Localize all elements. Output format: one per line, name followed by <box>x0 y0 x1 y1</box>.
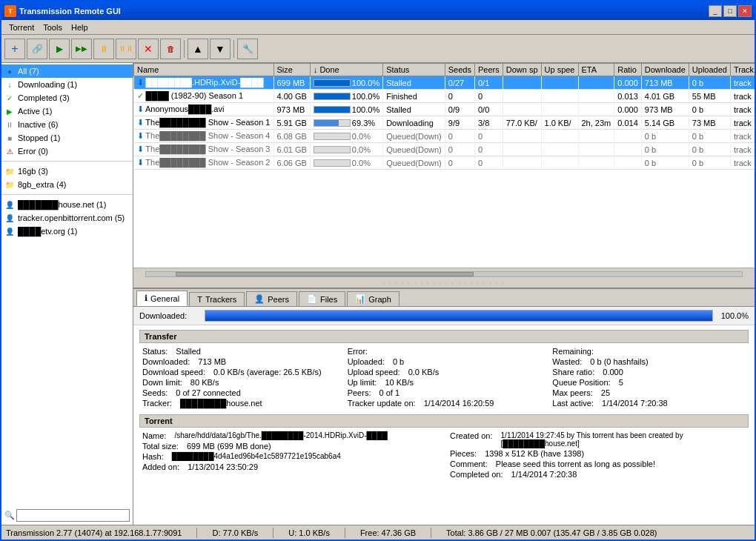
sidebar-item-downloading[interactable]: ↓ Downloading (1) <box>1 78 133 91</box>
col-status[interactable]: Status <box>383 64 445 76</box>
down-speed-status: D: 77.0 KB/s <box>212 528 258 537</box>
menu-help[interactable]: Help <box>67 21 93 33</box>
sidebar-trackers: 👤 ███████house.net (1) 👤 tracker.openbit… <box>1 196 133 239</box>
error-key: Error: <box>348 347 368 356</box>
cell-eta <box>578 103 614 116</box>
sidebar-label-8gb: 8gb_extra (4) <box>18 180 66 189</box>
table-row[interactable]: ⬇ ████████.HDRip.XviD-████ 699 MB 100.0% <box>134 76 755 90</box>
col-ratio[interactable]: Ratio <box>614 64 642 76</box>
info-row-added: Added on: 1/13/2014 23:50:29 <box>142 462 438 472</box>
sidebar-item-tracker3[interactable]: 👤 ████etv.org (1) <box>1 225 133 238</box>
close-button[interactable]: ✕ <box>738 5 752 17</box>
total-size-val: 699 MB (699 MB done) <box>187 442 271 451</box>
col-down-speed[interactable]: Down sp <box>503 64 541 76</box>
horizontal-scrollbar[interactable] <box>133 268 755 279</box>
created-key: Created on: <box>450 431 492 448</box>
table-row[interactable]: ✓ ████ (1982-90) Season 1 4.00 GB 100.0% <box>134 90 755 103</box>
table-row[interactable]: ⬇ The████████ Show - Season 3 6.01 GB 0.… <box>134 143 755 156</box>
sidebar-item-tracker1[interactable]: 👤 ███████house.net (1) <box>1 198 133 211</box>
tab-peers[interactable]: 👤 Peers <box>246 291 297 306</box>
cell-downloaded: 4.01 GB <box>641 90 689 103</box>
move-down-button[interactable]: ▼ <box>210 39 231 59</box>
col-track[interactable]: Track <box>730 64 755 76</box>
table-row[interactable]: ⬇ The████████ Show - Season 1 5.91 GB 69… <box>134 116 755 130</box>
move-up-button[interactable]: ▲ <box>188 39 208 59</box>
sidebar-item-error[interactable]: ⚠ Error (0) <box>1 145 133 158</box>
up-limit-key: Up limit: <box>348 378 377 387</box>
transfer-col1: Status: Stalled Downloaded: 713 MB Downl… <box>142 346 336 408</box>
cell-ratio: 0.013 <box>614 90 642 103</box>
downloaded-percent: 100.0% <box>719 311 749 320</box>
maximize-button[interactable]: □ <box>723 5 737 17</box>
col-done[interactable]: ↓ Done <box>310 64 382 76</box>
settings-button[interactable]: 🔧 <box>237 39 258 59</box>
sidebar-item-all[interactable]: ● All (7) <box>1 64 133 78</box>
tab-trackers[interactable]: T Trackers <box>189 292 245 306</box>
search-input[interactable] <box>16 509 130 522</box>
sidebar-label-error: Error (0) <box>18 147 48 156</box>
cell-peers: 3/8 <box>474 116 503 130</box>
torrent-info-col1: Name: /share/hdd/data/16gb/The.████████-… <box>142 431 438 479</box>
col-up-speed[interactable]: Up spee <box>541 64 578 76</box>
menu-torrent[interactable]: Torrent <box>4 21 39 33</box>
added-val: 1/13/2014 23:50:29 <box>188 462 258 471</box>
downloaded-key: Downloaded: <box>142 357 190 366</box>
sidebar-label-inactive: Inactive (6) <box>18 120 58 129</box>
scrollbar-track[interactable] <box>145 271 743 277</box>
scrollbar-thumb[interactable] <box>176 272 474 276</box>
remove-button[interactable]: ✕ <box>138 39 159 59</box>
col-eta[interactable]: ETA <box>578 64 614 76</box>
pieces-val: 1398 x 512 KB (have 1398) <box>485 449 584 458</box>
add-torrent-button[interactable]: + <box>4 39 25 59</box>
remove-data-button[interactable]: 🗑 <box>160 39 181 59</box>
cell-ratio: 0.014 <box>614 116 642 130</box>
col-downloaded[interactable]: Downloade <box>641 64 689 76</box>
sidebar-item-completed[interactable]: ✓ Completed (3) <box>1 91 133 104</box>
table-row[interactable]: ⬇ The████████ Show - Season 4 6.08 GB 0.… <box>134 130 755 143</box>
remaining-key: Remaining: <box>552 347 594 356</box>
cell-size: 6.08 GB <box>273 130 310 143</box>
cell-done: 100.0% <box>310 103 382 116</box>
status-divider-2 <box>273 528 273 538</box>
table-row[interactable]: ⬇ The████████ Show - Season 2 6.06 GB 0.… <box>134 156 755 170</box>
info-row-name: Name: /share/hdd/data/16gb/The.████████-… <box>142 431 438 441</box>
tab-files[interactable]: 📄 Files <box>299 291 345 306</box>
info-row-tracker: Tracker: ████████house.net <box>142 398 336 408</box>
add-url-button[interactable]: 🔗 <box>27 39 47 59</box>
sidebar-label-stopped: Stopped (1) <box>18 133 60 142</box>
cell-status: Stalled <box>383 76 445 90</box>
col-peers[interactable]: Peers <box>474 64 503 76</box>
col-size[interactable]: Size <box>273 64 310 76</box>
uploaded-val: 0 b <box>393 357 404 366</box>
start-button[interactable]: ▶ <box>49 39 70 59</box>
table-row[interactable]: ⬇ Anonymous████.avi 973 MB 100.0% Stalle <box>134 103 755 116</box>
total-size-key: Total size: <box>142 442 179 451</box>
start-all-button[interactable]: ▶▶ <box>71 39 92 59</box>
info-row-peers: Peers: 0 of 1 <box>348 388 541 398</box>
col-name[interactable]: Name <box>134 64 274 76</box>
minimize-button[interactable]: _ <box>709 5 722 17</box>
sidebar-item-stopped[interactable]: ■ Stopped (1) <box>1 131 133 145</box>
ul-speed-val: 0.0 KB/s <box>408 368 440 376</box>
all-icon: ● <box>4 66 15 76</box>
status-icon-queued2: ⬇ <box>137 145 144 153</box>
sidebar-item-inactive[interactable]: ⏸ Inactive (6) <box>1 118 133 131</box>
sidebar-item-tracker2[interactable]: 👤 tracker.openbittorrent.com (5) <box>1 211 133 225</box>
col-uploaded[interactable]: Uploaded <box>689 64 730 76</box>
downloading-icon: ↓ <box>4 79 15 90</box>
transfer-col2: Error: Uploaded: 0 b Upload speed: 0.0 K… <box>348 346 541 408</box>
cell-uploaded: 0 b <box>689 76 730 90</box>
tab-general[interactable]: ℹ General <box>136 291 188 306</box>
col-seeds[interactable]: Seeds <box>445 64 474 76</box>
pause-all-button[interactable]: ⏸⏸ <box>116 39 136 59</box>
pause-button[interactable]: ⏸ <box>93 39 114 59</box>
sidebar-item-16gb[interactable]: 📁 16gb (3) <box>1 165 133 178</box>
sidebar-item-active[interactable]: ▶ Active (1) <box>1 104 133 118</box>
cell-status: Stalled <box>383 103 445 116</box>
cell-status: Queued(Down) <box>383 156 445 170</box>
menu-tools[interactable]: Tools <box>39 21 67 33</box>
cell-status: Finished <box>383 90 445 103</box>
tab-graph[interactable]: 📊 Graph <box>347 291 399 306</box>
cell-peers: 0 <box>474 143 503 156</box>
sidebar-item-8gb[interactable]: 📁 8gb_extra (4) <box>1 178 133 191</box>
